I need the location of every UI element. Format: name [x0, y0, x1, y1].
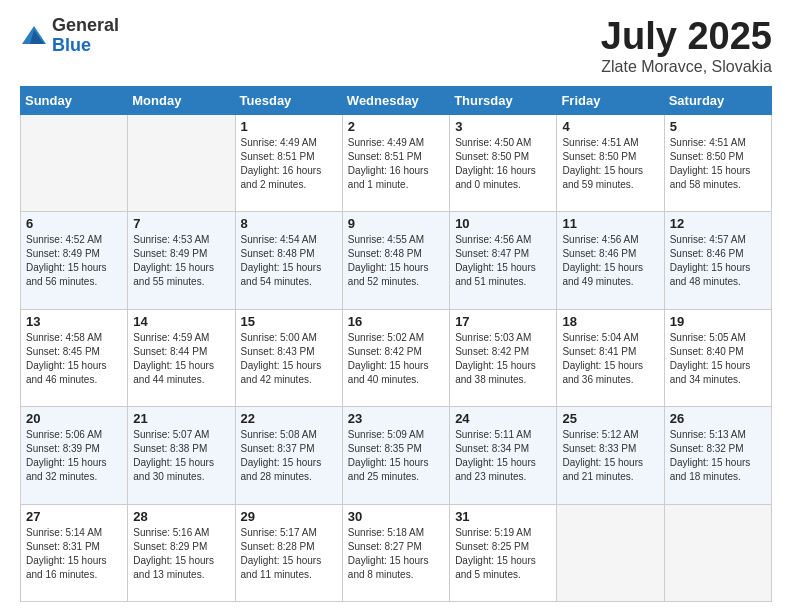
calendar-cell: 1Sunrise: 4:49 AMSunset: 8:51 PMDaylight… — [235, 114, 342, 211]
calendar-week-row: 13Sunrise: 4:58 AMSunset: 8:45 PMDayligh… — [21, 309, 772, 406]
day-number: 21 — [133, 411, 229, 426]
day-info: Sunrise: 5:17 AMSunset: 8:28 PMDaylight:… — [241, 526, 337, 582]
day-info: Sunrise: 4:54 AMSunset: 8:48 PMDaylight:… — [241, 233, 337, 289]
day-number: 9 — [348, 216, 444, 231]
weekday-header: Wednesday — [342, 86, 449, 114]
weekday-header-row: SundayMondayTuesdayWednesdayThursdayFrid… — [21, 86, 772, 114]
day-number: 4 — [562, 119, 658, 134]
day-info: Sunrise: 5:06 AMSunset: 8:39 PMDaylight:… — [26, 428, 122, 484]
day-info: Sunrise: 4:58 AMSunset: 8:45 PMDaylight:… — [26, 331, 122, 387]
page: General Blue July 2025 Zlate Moravce, Sl… — [0, 0, 792, 612]
day-info: Sunrise: 4:51 AMSunset: 8:50 PMDaylight:… — [670, 136, 766, 192]
weekday-header: Monday — [128, 86, 235, 114]
day-number: 20 — [26, 411, 122, 426]
calendar-cell: 25Sunrise: 5:12 AMSunset: 8:33 PMDayligh… — [557, 407, 664, 504]
day-number: 24 — [455, 411, 551, 426]
day-info: Sunrise: 5:12 AMSunset: 8:33 PMDaylight:… — [562, 428, 658, 484]
calendar-table: SundayMondayTuesdayWednesdayThursdayFrid… — [20, 86, 772, 602]
calendar-cell: 14Sunrise: 4:59 AMSunset: 8:44 PMDayligh… — [128, 309, 235, 406]
day-info: Sunrise: 5:00 AMSunset: 8:43 PMDaylight:… — [241, 331, 337, 387]
day-info: Sunrise: 4:50 AMSunset: 8:50 PMDaylight:… — [455, 136, 551, 192]
day-info: Sunrise: 4:49 AMSunset: 8:51 PMDaylight:… — [348, 136, 444, 192]
day-info: Sunrise: 5:09 AMSunset: 8:35 PMDaylight:… — [348, 428, 444, 484]
calendar-cell: 24Sunrise: 5:11 AMSunset: 8:34 PMDayligh… — [450, 407, 557, 504]
day-info: Sunrise: 5:11 AMSunset: 8:34 PMDaylight:… — [455, 428, 551, 484]
day-number: 5 — [670, 119, 766, 134]
day-info: Sunrise: 5:16 AMSunset: 8:29 PMDaylight:… — [133, 526, 229, 582]
calendar-cell: 7Sunrise: 4:53 AMSunset: 8:49 PMDaylight… — [128, 212, 235, 309]
logo-blue: Blue — [52, 35, 91, 55]
day-number: 12 — [670, 216, 766, 231]
logo: General Blue — [20, 16, 119, 56]
calendar-cell: 15Sunrise: 5:00 AMSunset: 8:43 PMDayligh… — [235, 309, 342, 406]
calendar-cell: 30Sunrise: 5:18 AMSunset: 8:27 PMDayligh… — [342, 504, 449, 601]
day-number: 7 — [133, 216, 229, 231]
day-info: Sunrise: 4:53 AMSunset: 8:49 PMDaylight:… — [133, 233, 229, 289]
calendar-cell: 5Sunrise: 4:51 AMSunset: 8:50 PMDaylight… — [664, 114, 771, 211]
month-title: July 2025 — [601, 16, 772, 58]
calendar-cell: 3Sunrise: 4:50 AMSunset: 8:50 PMDaylight… — [450, 114, 557, 211]
logo-icon — [20, 22, 48, 50]
weekday-header: Thursday — [450, 86, 557, 114]
calendar-cell — [128, 114, 235, 211]
day-info: Sunrise: 4:57 AMSunset: 8:46 PMDaylight:… — [670, 233, 766, 289]
day-number: 14 — [133, 314, 229, 329]
day-number: 19 — [670, 314, 766, 329]
day-info: Sunrise: 4:49 AMSunset: 8:51 PMDaylight:… — [241, 136, 337, 192]
header: General Blue July 2025 Zlate Moravce, Sl… — [20, 16, 772, 76]
day-info: Sunrise: 4:59 AMSunset: 8:44 PMDaylight:… — [133, 331, 229, 387]
calendar-cell — [664, 504, 771, 601]
day-number: 8 — [241, 216, 337, 231]
day-number: 11 — [562, 216, 658, 231]
day-number: 27 — [26, 509, 122, 524]
day-number: 18 — [562, 314, 658, 329]
weekday-header: Tuesday — [235, 86, 342, 114]
location: Zlate Moravce, Slovakia — [601, 58, 772, 76]
calendar-cell: 19Sunrise: 5:05 AMSunset: 8:40 PMDayligh… — [664, 309, 771, 406]
calendar-cell: 13Sunrise: 4:58 AMSunset: 8:45 PMDayligh… — [21, 309, 128, 406]
day-info: Sunrise: 5:08 AMSunset: 8:37 PMDaylight:… — [241, 428, 337, 484]
calendar-cell: 10Sunrise: 4:56 AMSunset: 8:47 PMDayligh… — [450, 212, 557, 309]
day-info: Sunrise: 4:56 AMSunset: 8:46 PMDaylight:… — [562, 233, 658, 289]
calendar-cell: 8Sunrise: 4:54 AMSunset: 8:48 PMDaylight… — [235, 212, 342, 309]
day-number: 31 — [455, 509, 551, 524]
calendar-cell: 31Sunrise: 5:19 AMSunset: 8:25 PMDayligh… — [450, 504, 557, 601]
day-info: Sunrise: 5:14 AMSunset: 8:31 PMDaylight:… — [26, 526, 122, 582]
calendar-cell: 2Sunrise: 4:49 AMSunset: 8:51 PMDaylight… — [342, 114, 449, 211]
calendar-cell: 21Sunrise: 5:07 AMSunset: 8:38 PMDayligh… — [128, 407, 235, 504]
calendar-week-row: 1Sunrise: 4:49 AMSunset: 8:51 PMDaylight… — [21, 114, 772, 211]
day-info: Sunrise: 5:04 AMSunset: 8:41 PMDaylight:… — [562, 331, 658, 387]
day-number: 15 — [241, 314, 337, 329]
day-info: Sunrise: 5:07 AMSunset: 8:38 PMDaylight:… — [133, 428, 229, 484]
day-number: 23 — [348, 411, 444, 426]
day-number: 1 — [241, 119, 337, 134]
calendar-cell: 26Sunrise: 5:13 AMSunset: 8:32 PMDayligh… — [664, 407, 771, 504]
day-number: 3 — [455, 119, 551, 134]
day-info: Sunrise: 5:13 AMSunset: 8:32 PMDaylight:… — [670, 428, 766, 484]
calendar-cell: 28Sunrise: 5:16 AMSunset: 8:29 PMDayligh… — [128, 504, 235, 601]
calendar-cell: 22Sunrise: 5:08 AMSunset: 8:37 PMDayligh… — [235, 407, 342, 504]
day-number: 16 — [348, 314, 444, 329]
title-block: July 2025 Zlate Moravce, Slovakia — [601, 16, 772, 76]
day-info: Sunrise: 5:02 AMSunset: 8:42 PMDaylight:… — [348, 331, 444, 387]
calendar-week-row: 20Sunrise: 5:06 AMSunset: 8:39 PMDayligh… — [21, 407, 772, 504]
day-number: 10 — [455, 216, 551, 231]
day-number: 6 — [26, 216, 122, 231]
day-info: Sunrise: 4:55 AMSunset: 8:48 PMDaylight:… — [348, 233, 444, 289]
day-info: Sunrise: 4:51 AMSunset: 8:50 PMDaylight:… — [562, 136, 658, 192]
day-number: 26 — [670, 411, 766, 426]
calendar-cell: 11Sunrise: 4:56 AMSunset: 8:46 PMDayligh… — [557, 212, 664, 309]
day-number: 25 — [562, 411, 658, 426]
calendar-cell: 6Sunrise: 4:52 AMSunset: 8:49 PMDaylight… — [21, 212, 128, 309]
day-number: 29 — [241, 509, 337, 524]
weekday-header: Sunday — [21, 86, 128, 114]
day-info: Sunrise: 5:18 AMSunset: 8:27 PMDaylight:… — [348, 526, 444, 582]
calendar-week-row: 6Sunrise: 4:52 AMSunset: 8:49 PMDaylight… — [21, 212, 772, 309]
day-info: Sunrise: 5:19 AMSunset: 8:25 PMDaylight:… — [455, 526, 551, 582]
calendar-cell: 17Sunrise: 5:03 AMSunset: 8:42 PMDayligh… — [450, 309, 557, 406]
logo-general: General — [52, 15, 119, 35]
calendar-cell — [557, 504, 664, 601]
weekday-header: Saturday — [664, 86, 771, 114]
calendar-cell: 29Sunrise: 5:17 AMSunset: 8:28 PMDayligh… — [235, 504, 342, 601]
day-number: 2 — [348, 119, 444, 134]
